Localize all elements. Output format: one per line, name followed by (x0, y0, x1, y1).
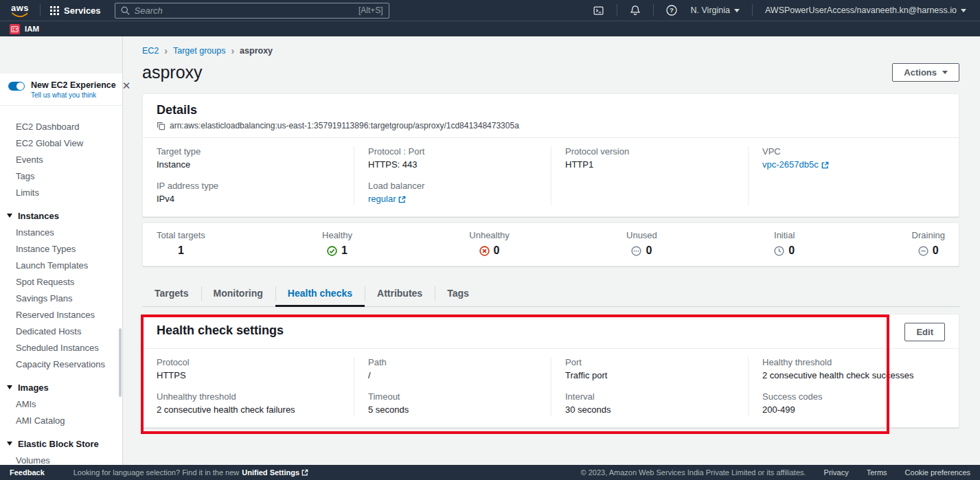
vpc-link[interactable]: vpc-2657db5c (762, 159, 829, 171)
field-interval: Interval 30 seconds (565, 391, 737, 416)
load-balancer-link[interactable]: regular (368, 193, 406, 205)
field-vpc: VPC vpc-2657db5c (762, 146, 934, 171)
chevron-down-icon (961, 9, 966, 12)
breadcrumb-ec2[interactable]: EC2 (142, 46, 159, 56)
account-label: AWSPowerUserAccess/navaneeth.kn@harness.… (765, 5, 957, 15)
aws-logo-text: aws (11, 4, 29, 12)
experience-title: New EC2 Experience (31, 80, 116, 90)
aws-logo[interactable]: aws (11, 4, 29, 17)
sidebar-section-instances[interactable]: Instances (0, 207, 122, 224)
sidebar-section-images[interactable]: Images (0, 379, 122, 396)
tab-attributes[interactable]: Attributes (365, 282, 435, 306)
search-input[interactable] (135, 5, 354, 16)
sidebar-top-gap (0, 36, 122, 73)
stat-initial: Initial 0 (774, 230, 795, 258)
clock-circle-icon (774, 246, 784, 256)
sidebar-item-spot-requests[interactable]: Spot Requests (0, 273, 122, 290)
sidebar-item-ec2-global-view[interactable]: EC2 Global View (0, 135, 122, 151)
stat-unused: Unused 0 (626, 230, 657, 258)
external-link-icon (821, 161, 829, 169)
sidebar-item-reserved-instances[interactable]: Reserved Instances (0, 306, 122, 323)
chevron-down-icon (942, 71, 948, 74)
field-protocol-port: Protocol : Port HTTPS: 443 (368, 146, 540, 171)
chevron-right-icon: › (231, 47, 234, 55)
breadcrumb-current: asproxy (240, 46, 273, 56)
field-success-codes: Success codes 200-499 (762, 391, 934, 416)
details-card: Details arn:aws:elasticloadbalancing:us-… (142, 93, 959, 217)
edit-button[interactable]: Edit (904, 323, 945, 341)
sidebar-scrollbar[interactable] (119, 328, 122, 397)
health-check-settings-title: Health check settings (157, 323, 284, 338)
external-link-icon (301, 469, 308, 476)
details-title: Details (157, 102, 945, 117)
field-port: Port Traffic port (565, 357, 737, 382)
tab-tags[interactable]: Tags (435, 282, 481, 306)
cloudshell-button[interactable] (586, 5, 611, 16)
services-menu-button[interactable]: Services (46, 5, 105, 16)
terminal-icon (593, 5, 604, 16)
copy-icon[interactable] (157, 122, 166, 130)
help-button[interactable]: ? (659, 5, 684, 16)
sidebar-item-launch-templates[interactable]: Launch Templates (0, 257, 122, 273)
privacy-link[interactable]: Privacy (824, 468, 849, 477)
unified-settings-link[interactable]: Unified Settings (242, 468, 308, 477)
copyright-text: © 2023, Amazon Web Services India Privat… (581, 468, 806, 477)
target-group-arn: arn:aws:elasticloadbalancing:us-east-1:3… (170, 121, 519, 130)
sidebar-item-limits[interactable]: Limits (0, 184, 122, 201)
favorite-iam[interactable]: IAM (10, 24, 39, 34)
sidebar-item-tags[interactable]: Tags (0, 168, 122, 184)
sidebar-item-dedicated-hosts[interactable]: Dedicated Hosts (0, 323, 122, 339)
page-title: asproxy (142, 62, 203, 82)
tab-health-checks[interactable]: Health checks (275, 282, 365, 306)
stat-healthy: Healthy 1 (322, 230, 352, 258)
experience-feedback-link[interactable]: Tell us what you think (31, 91, 116, 99)
field-timeout: Timeout 5 seconds (368, 391, 540, 416)
field-ip-address-type: IP address type IPv4 (157, 181, 343, 205)
health-check-settings-card: Health check settings Edit Protocol HTTP… (142, 314, 959, 428)
favorite-iam-label: IAM (25, 25, 39, 33)
grid-icon (50, 6, 59, 15)
tab-bar: Targets Monitoring Health checks Attribu… (142, 282, 959, 307)
tab-targets[interactable]: Targets (142, 282, 201, 306)
sidebar-item-ami-catalog[interactable]: AMI Catalog (0, 412, 122, 428)
sidebar-item-ec2-dashboard[interactable]: EC2 Dashboard (0, 118, 122, 135)
sidebar-item-savings-plans[interactable]: Savings Plans (0, 290, 122, 306)
new-ec2-experience-box: New EC2 Experience Tell us what you thin… (0, 73, 122, 106)
global-search[interactable]: [Alt+S] (115, 3, 389, 19)
top-navigation: aws Services [Alt+S] (0, 0, 980, 36)
sidebar-item-scheduled-instances[interactable]: Scheduled Instances (0, 339, 122, 356)
sidebar-item-instance-types[interactable]: Instance Types (0, 240, 122, 257)
breadcrumb: EC2 › Target groups › asproxy (142, 46, 959, 56)
targets-summary-card: Total targets 1 Healthy 1 Unhealthy (142, 222, 959, 266)
nav-divider (617, 4, 617, 16)
aws-smile-icon (12, 12, 28, 17)
actions-button[interactable]: Actions (892, 63, 959, 82)
experience-toggle[interactable] (8, 82, 25, 91)
feedback-button[interactable]: Feedback (10, 468, 45, 477)
terms-link[interactable]: Terms (867, 468, 887, 477)
field-unhealthy-threshold: Unhealthy threshold 2 consecutive health… (157, 391, 343, 416)
field-target-type: Target type Instance (157, 146, 343, 171)
sidebar-section-elastic-block-store[interactable]: Elastic Block Store (0, 435, 122, 452)
account-menu[interactable]: AWSPowerUserAccess/navaneeth.kn@harness.… (758, 5, 973, 15)
cookie-preferences-link[interactable]: Cookie preferences (905, 468, 970, 477)
minus-circle-icon (918, 246, 928, 256)
triangle-down-icon (7, 442, 12, 446)
sidebar-item-amis[interactable]: AMIs (0, 396, 122, 412)
main-content: EC2 › Target groups › asproxy asproxy Ac… (123, 36, 980, 465)
sidebar-item-instances[interactable]: Instances (0, 224, 122, 240)
breadcrumb-target-groups[interactable]: Target groups (173, 46, 225, 56)
field-protocol-version: Protocol version HTTP1 (565, 146, 737, 171)
notifications-button[interactable] (623, 5, 648, 16)
region-selector[interactable]: N. Virginia (684, 5, 747, 15)
sidebar-item-events[interactable]: Events (0, 151, 122, 168)
nav-divider (653, 4, 654, 16)
field-path: Path / (368, 357, 540, 382)
sidebar-nav: EC2 Dashboard EC2 Global View Events Tag… (0, 106, 122, 480)
svg-text:?: ? (670, 6, 674, 14)
stat-total-targets: Total targets 1 (157, 230, 205, 258)
sidebar-item-capacity-reservations[interactable]: Capacity Reservations (0, 356, 122, 372)
x-circle-icon (479, 246, 490, 256)
tab-monitoring[interactable]: Monitoring (201, 282, 275, 306)
close-icon[interactable]: ✕ (122, 80, 131, 99)
